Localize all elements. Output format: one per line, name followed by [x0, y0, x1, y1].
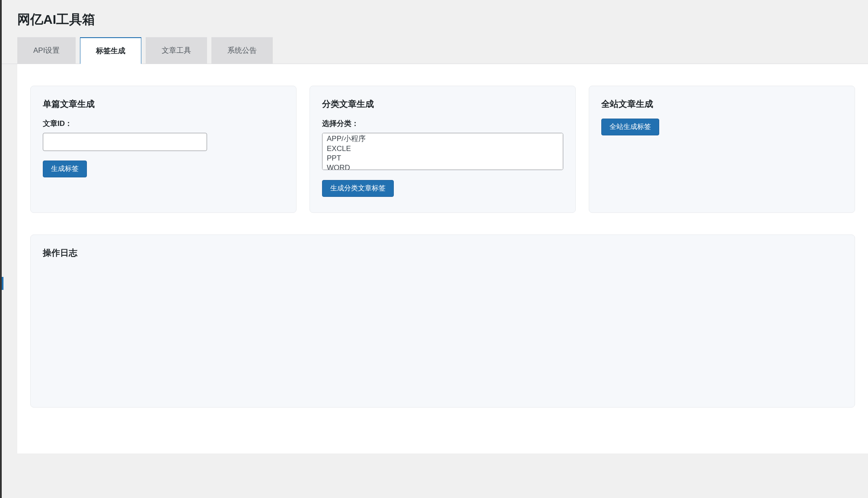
- select-category-label: 选择分类：: [322, 119, 563, 129]
- log-title: 操作日志: [43, 247, 842, 259]
- single-article-card: 单篇文章生成 文章ID： 生成标签: [30, 86, 297, 213]
- category-option[interactable]: WORD: [322, 163, 563, 170]
- tab-api-settings[interactable]: API设置: [17, 37, 76, 64]
- tab-system-notice[interactable]: 系统公告: [211, 37, 273, 64]
- tab-tag-generate[interactable]: 标签生成: [80, 37, 141, 64]
- tab-article-tools[interactable]: 文章工具: [146, 37, 207, 64]
- generate-tags-button[interactable]: 生成标签: [43, 161, 87, 177]
- article-id-label: 文章ID：: [43, 119, 284, 129]
- category-article-title: 分类文章生成: [322, 98, 563, 110]
- article-id-input[interactable]: [43, 133, 207, 151]
- category-article-card: 分类文章生成 选择分类： APP/小程序 EXCLE PPT WORD 生成分类…: [310, 86, 576, 213]
- content-area: 单篇文章生成 文章ID： 生成标签 分类文章生成 选择分类： APP/小程序 E…: [17, 64, 868, 453]
- page-title: 网亿AI工具箱: [2, 0, 868, 37]
- log-panel: 操作日志: [30, 235, 855, 408]
- left-accent-indicator: [2, 277, 3, 290]
- category-option[interactable]: EXCLE: [322, 144, 563, 154]
- single-article-title: 单篇文章生成: [43, 98, 284, 110]
- category-option[interactable]: APP/小程序: [322, 133, 563, 144]
- site-wide-card: 全站文章生成 全站生成标签: [589, 86, 855, 213]
- category-option[interactable]: PPT: [322, 154, 563, 163]
- tabs-container: API设置 标签生成 文章工具 系统公告: [2, 37, 868, 64]
- category-select[interactable]: APP/小程序 EXCLE PPT WORD: [322, 133, 563, 170]
- site-wide-title: 全站文章生成: [601, 98, 842, 110]
- generate-site-tags-button[interactable]: 全站生成标签: [601, 119, 659, 135]
- generate-category-tags-button[interactable]: 生成分类文章标签: [322, 180, 394, 197]
